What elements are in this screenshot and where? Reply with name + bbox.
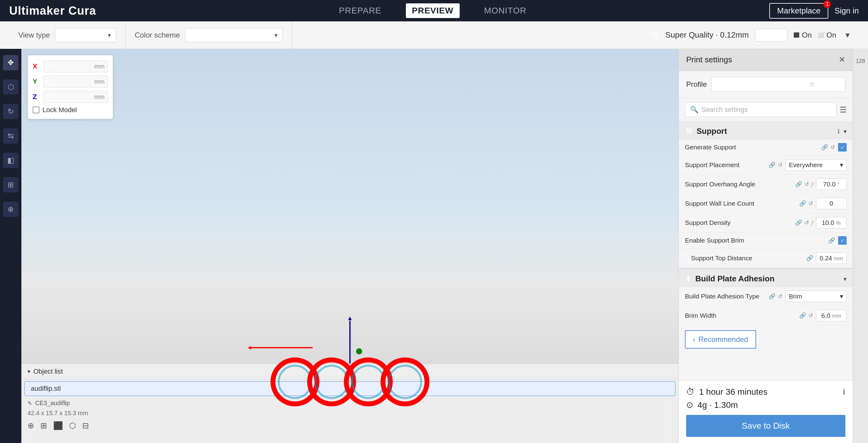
marketplace-button[interactable]: Marketplace 1 — [769, 3, 829, 19]
bottom-icon-4[interactable]: ⬡ — [69, 421, 76, 431]
print-settings-header: Print settings ✕ — [679, 49, 853, 71]
link-icon-4[interactable]: 🔗 — [799, 200, 806, 207]
nav-monitor[interactable]: MONITOR — [478, 3, 533, 18]
link-icon-7[interactable]: 🔗 — [806, 255, 813, 261]
link-icon-1[interactable]: 🔗 — [821, 144, 828, 151]
menu-icon[interactable]: ☰ — [840, 105, 847, 115]
info-icon[interactable]: ℹ — [843, 388, 845, 396]
support-info-button[interactable]: ℹ — [837, 128, 840, 135]
color-scheme-select[interactable]: Line Type ▾ — [185, 28, 283, 42]
object-list-label: Object list — [33, 368, 63, 376]
link-icon-3[interactable]: 🔗 — [795, 181, 802, 188]
app-brand: Ultimaker Cura — [9, 4, 96, 18]
color-scheme-label: Color scheme — [135, 31, 180, 39]
profile-select[interactable]: Super Quality · 0.12mm ☆ ▾ — [711, 77, 845, 92]
ruler: 128 — [853, 49, 868, 443]
func-icon-1[interactable]: 𝑓 — [811, 181, 813, 188]
support-top-distance-value[interactable]: 0.24 mm — [816, 252, 847, 264]
build-plate-type-dropdown[interactable]: Brim ▾ — [785, 290, 847, 302]
reset-icon-7[interactable]: ↺ — [808, 312, 813, 319]
support-tool[interactable]: ◧ — [3, 153, 18, 168]
support-placement-label: Support Placement — [685, 161, 766, 169]
generate-support-icons: 🔗 ↺ — [821, 144, 835, 151]
nav-links: PREPARE PREVIEW MONITOR — [333, 3, 533, 18]
bottom-icon-5[interactable]: ⊟ — [82, 421, 89, 431]
signin-button[interactable]: Sign in — [834, 6, 859, 15]
filament-row: ⊙ 4g · 1.30m — [686, 400, 845, 410]
bottom-icon-3[interactable]: ⬛ — [53, 421, 63, 431]
enable-support-brim-row: Enable Support Brim 🔗 ✓ — [679, 232, 853, 249]
y-input[interactable]: 0 mm — [43, 75, 108, 88]
layer-tool[interactable]: ⊞ — [3, 177, 18, 192]
lock-model-checkbox[interactable] — [33, 107, 39, 113]
collapse-icon[interactable]: ▾ — [28, 368, 30, 375]
func-icon-2[interactable]: 𝑓 — [811, 220, 813, 226]
z-input[interactable]: 0 mm — [43, 91, 108, 103]
mirror-tool[interactable]: ⇆ — [3, 128, 18, 144]
generate-support-row: Generate Support 🔗 ↺ ✓ — [679, 139, 853, 156]
stats-bar: ⏱ 1 hour 36 minutes ℹ ⊙ 4g · 1.30m Save … — [679, 380, 853, 443]
support-density-label: Support Density — [685, 219, 792, 226]
search-tool[interactable]: ⊕ — [3, 202, 18, 217]
support-wall-value[interactable]: 0 — [816, 198, 847, 209]
infill-box: ⊞ 20% — [755, 29, 787, 41]
ruler-value: 128 — [856, 52, 865, 70]
support-expand-icon[interactable]: ▾ — [843, 128, 847, 135]
reset-icon-1[interactable]: ↺ — [830, 144, 835, 151]
search-box[interactable]: 🔍 Search settings — [685, 102, 837, 117]
dropdown-chevron-1: ▾ — [840, 161, 843, 169]
build-plate-expand-icon[interactable]: ▾ — [843, 275, 847, 283]
reset-icon-3[interactable]: ↺ — [804, 181, 809, 188]
print-settings-title: Print settings — [686, 55, 732, 64]
reset-icon-2[interactable]: ↺ — [778, 162, 782, 168]
brim-width-value[interactable]: 6.0 mm — [816, 310, 847, 321]
close-button[interactable]: ✕ — [839, 55, 845, 64]
edit-icon: ✎ — [28, 400, 32, 407]
support-overhang-value[interactable]: 70.0 ° — [816, 179, 847, 190]
reset-icon-6[interactable]: ↺ — [778, 293, 782, 300]
time-row: ⏱ 1 hour 36 minutes ℹ — [686, 387, 845, 397]
link-icon-5[interactable]: 🔗 — [795, 219, 802, 226]
nav-prepare[interactable]: PREPARE — [333, 3, 388, 18]
link-icon-9[interactable]: 🔗 — [799, 312, 806, 319]
x-input[interactable]: 0 mm — [43, 60, 108, 72]
expand-icon[interactable]: ▾ — [845, 30, 850, 40]
x-label: X — [33, 62, 40, 70]
support-wall-label: Support Wall Line Count — [685, 200, 796, 207]
brim-width-row: Brim Width 🔗 ↺ 6.0 mm — [679, 306, 853, 325]
reset-icon-5[interactable]: ↺ — [804, 219, 809, 226]
viewport[interactable]: X 0 mm Y 0 mm Z 0 mm — [21, 49, 679, 443]
x-axis-arrow — [251, 347, 313, 348]
rotate-tool[interactable]: ↻ — [3, 104, 18, 119]
bottom-icon-1[interactable]: ⊕ — [28, 421, 34, 431]
filament-label: 4g · 1.30m — [698, 400, 738, 410]
brim-width-label: Brim Width — [685, 312, 796, 319]
move-tool[interactable]: ✥ — [3, 55, 18, 70]
view-type-select[interactable]: Layer view ▾ — [55, 28, 116, 42]
reset-icon-4[interactable]: ↺ — [808, 200, 813, 207]
nav-preview[interactable]: PREVIEW — [406, 3, 460, 18]
link-icon-6[interactable]: 🔗 — [828, 237, 835, 244]
y-coord-row: Y 0 mm — [33, 75, 108, 88]
support-density-value[interactable]: 10.0 % — [816, 217, 847, 228]
adhesion-icon: ⬜ — [818, 32, 824, 38]
support-placement-dropdown[interactable]: Everywhere ▾ — [785, 159, 847, 171]
bottom-icon-2[interactable]: ⊞ — [40, 421, 47, 431]
enable-support-brim-checkbox[interactable]: ✓ — [838, 236, 847, 245]
support-icon: ⬛ — [794, 32, 800, 38]
link-icon-8[interactable]: 🔗 — [769, 293, 775, 300]
quality-label: Super Quality · 0.12mm — [665, 30, 749, 40]
link-icon-2[interactable]: 🔗 — [769, 162, 775, 168]
bottom-icons-row: ⊕ ⊞ ⬛ ⬡ ⊟ — [21, 418, 679, 434]
view-type-section: View type Layer view ▾ — [9, 21, 126, 49]
save-to-disk-button[interactable]: Save to Disk — [686, 415, 845, 437]
support-section-icon: 🛠 — [685, 126, 693, 136]
chevron-down-icon-2: ▾ — [275, 31, 278, 39]
star-icon: ☆ — [809, 81, 815, 88]
generate-support-checkbox[interactable]: ✓ — [838, 143, 847, 152]
nav-right: Marketplace 1 Sign in — [769, 3, 859, 19]
search-placeholder: Search settings — [702, 106, 748, 114]
recommended-button[interactable]: ‹ Recommended — [685, 330, 756, 349]
scale-tool[interactable]: ⬡ — [3, 80, 18, 95]
top-navigation: Ultimaker Cura PREPARE PREVIEW MONITOR M… — [0, 0, 868, 21]
